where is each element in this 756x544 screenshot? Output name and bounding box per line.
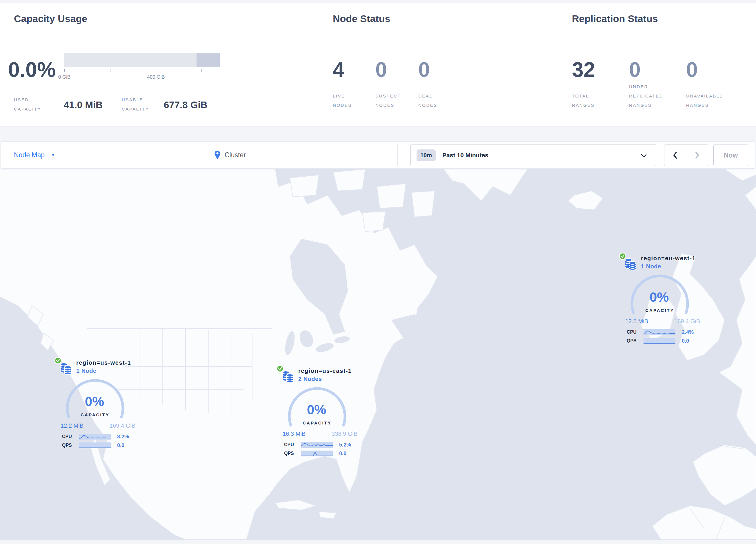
- capacity-percent: 0.0%: [8, 59, 56, 80]
- qps-value: 0.0: [117, 443, 124, 449]
- capacity-percent: 0%: [288, 402, 346, 418]
- world-map: [0, 169, 756, 540]
- time-step-back-button[interactable]: [664, 144, 686, 166]
- total-capacity: 169.4 GiB: [110, 423, 135, 429]
- qps-label: QPS: [284, 451, 301, 456]
- qps-sparkline: [301, 451, 333, 456]
- used-capacity-value: 41.0 MiB: [64, 99, 103, 110]
- used-capacity: 16.3 MiB: [283, 431, 306, 437]
- total-capacity: 169.4 GiB: [674, 318, 700, 325]
- database-stack-icon: [58, 361, 73, 376]
- view-mode-dropdown[interactable]: Node Map ▼: [14, 141, 55, 168]
- cpu-label: CPU: [627, 330, 644, 335]
- cpu-label: CPU: [284, 442, 301, 447]
- map-pin-icon: [214, 150, 221, 159]
- database-stack-icon: [623, 256, 638, 271]
- used-capacity: 12.2 MiB: [61, 423, 83, 429]
- time-range-badge: 10m: [417, 149, 436, 161]
- qps-value: 0.0: [339, 451, 346, 457]
- suspect-nodes-label: SUSPECT NODES: [375, 91, 401, 110]
- node-map[interactable]: region=us-west-1 1 Node 0% CAPACITY 12.2…: [0, 169, 756, 540]
- suspect-nodes-value: 0: [375, 59, 387, 80]
- capacity-percent: 0%: [630, 289, 688, 305]
- page-bottom-strip: [0, 540, 756, 544]
- cpu-value: 3.2%: [117, 434, 129, 440]
- capacity-tick: [64, 69, 65, 72]
- time-step-buttons: [664, 144, 708, 166]
- total-ranges-label: TOTAL RANGES: [572, 91, 595, 110]
- toolbar-divider: [397, 144, 398, 166]
- cpu-sparkline: [79, 434, 111, 440]
- chevron-right-icon: [695, 151, 700, 159]
- total-ranges-value: 32: [572, 59, 595, 80]
- live-nodes-value: 4: [333, 59, 344, 80]
- used-capacity-label: USED CAPACITY: [14, 95, 41, 114]
- capacity-tick: [156, 69, 156, 72]
- region-marker-eu-west-1[interactable]: region=eu-west-1 1 Node 0% CAPACITY 12.5…: [619, 252, 706, 348]
- live-nodes-label: LIVE NODES: [333, 91, 352, 110]
- time-range-select[interactable]: 10m Past 10 Minutes: [410, 144, 656, 166]
- map-toolbar: Node Map ▼ Cluster 10m Past 10 Minutes N…: [1, 141, 755, 168]
- region-label: region=us-west-1: [76, 360, 131, 366]
- region-node-count: 1 Node: [641, 263, 661, 270]
- qps-label: QPS: [62, 443, 79, 448]
- region-node-count: 1 Node: [76, 368, 97, 374]
- cpu-value: 2.4%: [682, 329, 694, 336]
- capacity-tick: [201, 69, 202, 72]
- under-replicated-label: UNDER- REPLICATED RANGES: [629, 82, 663, 110]
- region-marker-us-west-1[interactable]: region=us-west-1 1 Node 0% CAPACITY 12.2…: [54, 357, 141, 453]
- region-marker-us-east-1[interactable]: region=us-east-1 2 Nodes 0% CAPACITY 16.…: [276, 365, 363, 461]
- chevron-down-icon: [641, 154, 647, 157]
- usable-capacity-value: 677.8 GiB: [164, 99, 207, 110]
- breadcrumb-label: Cluster: [225, 151, 246, 159]
- qps-sparkline: [644, 338, 675, 344]
- total-capacity: 338.9 GiB: [332, 431, 357, 437]
- dead-nodes-label: DEAD NODES: [418, 91, 437, 110]
- capacity-bar-unusable-segment: [197, 53, 220, 67]
- node-status-title: Node Status: [333, 13, 390, 24]
- cpu-sparkline: [301, 442, 333, 448]
- under-replicated-value: 0: [629, 59, 641, 80]
- qps-sparkline: [79, 443, 111, 448]
- cluster-summary-panel: Capacity Usage 0.0% 0 GiB 400 GiB USED C…: [0, 3, 756, 127]
- capacity-tick: [110, 69, 110, 72]
- view-mode-label: Node Map: [14, 151, 45, 159]
- used-capacity: 12.5 MiB: [625, 318, 648, 325]
- time-step-forward-button[interactable]: [686, 144, 708, 166]
- region-label: region=eu-west-1: [641, 255, 696, 262]
- replication-status-title: Replication Status: [572, 13, 658, 24]
- capacity-tick-label-0: 0 GiB: [51, 74, 77, 80]
- cpu-label: CPU: [62, 434, 79, 439]
- breadcrumb[interactable]: Cluster: [214, 141, 246, 168]
- capacity-gauge-label: CAPACITY: [288, 420, 346, 425]
- cpu-value: 5.2%: [339, 442, 351, 448]
- region-node-count: 2 Nodes: [298, 376, 322, 382]
- capacity-gauge-label: CAPACITY: [631, 308, 689, 313]
- qps-value: 0.0: [682, 338, 689, 344]
- capacity-tick-label-400: 400 GiB: [143, 74, 169, 80]
- dead-nodes-value: 0: [418, 59, 430, 80]
- chevron-left-icon: [673, 151, 678, 159]
- chevron-down-icon: ▼: [51, 153, 55, 157]
- cpu-sparkline: [644, 329, 675, 335]
- unavailable-label: UNAVAILABLE RANGES: [686, 91, 723, 110]
- capacity-percent: 0%: [66, 394, 123, 409]
- qps-label: QPS: [627, 338, 644, 344]
- region-label: region=us-east-1: [298, 368, 352, 374]
- unavailable-value: 0: [686, 59, 698, 80]
- now-button[interactable]: Now: [713, 144, 748, 166]
- time-range-label: Past 10 Minutes: [442, 152, 488, 159]
- toolbar-gap: [0, 127, 756, 141]
- capacity-usage-title: Capacity Usage: [14, 13, 87, 24]
- page-top-strip: [0, 0, 756, 3]
- capacity-bar: 0 GiB 400 GiB: [64, 53, 220, 67]
- capacity-gauge-label: CAPACITY: [66, 412, 124, 417]
- database-stack-icon: [280, 369, 295, 384]
- usable-capacity-label: USABLE CAPACITY: [122, 95, 149, 114]
